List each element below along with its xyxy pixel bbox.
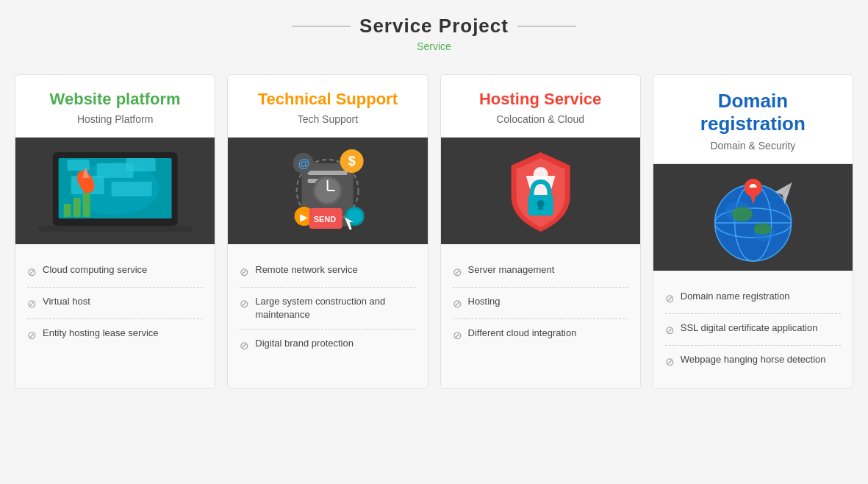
cards-container: Website platform Hosting Platform [15, 74, 853, 389]
feature-item: ⊘ Cloud computing service [27, 256, 203, 288]
check-icon: ⊘ [665, 322, 675, 338]
card-image-tech: $ @ ▶ SEND [228, 138, 427, 244]
title-line-left [292, 26, 351, 26]
card-header-hosting: Hosting Service Colocation & Cloud [441, 75, 640, 138]
svg-rect-5 [126, 158, 156, 171]
feature-text: Digital brand protection [255, 337, 354, 350]
check-icon: ⊘ [27, 296, 37, 311]
card-body-website: ⊘ Cloud computing service ⊘ Virtual host… [15, 244, 215, 388]
feature-item: ⊘ Digital brand protection [240, 330, 415, 360]
card-title-website: Website platform [27, 90, 203, 109]
feature-item: ⊘ Remote network service [240, 256, 415, 288]
feature-text: Remote network service [255, 263, 357, 277]
card-website-platform: Website platform Hosting Platform [15, 74, 215, 389]
card-title-tech: Technical Support [240, 90, 415, 109]
title-text: Service Project [359, 15, 509, 38]
check-icon: ⊘ [240, 296, 249, 311]
svg-text:▶: ▶ [300, 211, 308, 223]
svg-point-46 [753, 223, 771, 235]
check-icon: ⊘ [665, 354, 675, 369]
card-header-tech: Technical Support Tech Support [228, 75, 427, 138]
feature-item: ⊘ Entity hosting lease service [27, 319, 203, 350]
check-icon: ⊘ [453, 264, 462, 280]
card-image-website [15, 138, 215, 244]
check-icon: ⊘ [240, 338, 249, 353]
check-icon: ⊘ [453, 327, 462, 343]
svg-rect-10 [84, 188, 88, 193]
feature-item: ⊘ SSL digital certificate application [665, 314, 841, 346]
feature-item: ⊘ Different cloud integration [453, 319, 628, 350]
page-title: Service Project [292, 15, 576, 38]
feature-item: ⊘ Server management [453, 256, 628, 288]
card-header-domain: Domain registration Domain & Security [653, 75, 853, 164]
card-subtitle-hosting: Colocation & Cloud [453, 113, 628, 125]
card-hosting-service: Hosting Service Colocation & Cloud ⊘ S [440, 74, 641, 389]
feature-item: ⊘ Large system construction and maintena… [240, 288, 415, 330]
feature-item: ⊘ Webpage hanging horse detection [665, 346, 841, 377]
feature-item: ⊘ Domain name registration [665, 282, 841, 314]
check-icon: ⊘ [665, 291, 675, 306]
title-line-right [517, 26, 576, 26]
feature-text: Webpage hanging horse detection [681, 353, 826, 366]
card-body-domain: ⊘ Domain name registration ⊘ SSL digital… [653, 271, 853, 388]
svg-text:$: $ [348, 154, 356, 168]
card-header-website: Website platform Hosting Platform [15, 75, 215, 138]
page-subtitle: Service [292, 40, 576, 52]
card-subtitle-domain: Domain & Security [665, 140, 841, 152]
feature-text: Entity hosting lease service [43, 327, 159, 340]
check-icon: ⊘ [240, 264, 249, 280]
page-header: Service Project Service [292, 15, 576, 52]
card-domain-registration: Domain registration Domain & Security [653, 74, 853, 389]
svg-rect-14 [38, 226, 193, 232]
card-image-hosting [441, 138, 640, 244]
card-image-domain [653, 164, 853, 271]
svg-rect-37 [538, 204, 542, 210]
svg-rect-11 [64, 204, 71, 217]
check-icon: ⊘ [27, 327, 37, 343]
feature-text: Hosting [468, 295, 501, 308]
check-icon: ⊘ [453, 296, 462, 311]
card-body-hosting: ⊘ Server management ⊘ Hosting ⊘ Differen… [441, 244, 640, 388]
card-technical-support: Technical Support Tech Support $ @ [227, 74, 428, 389]
card-title-hosting: Hosting Service [453, 90, 628, 109]
feature-text: Server management [468, 263, 555, 277]
feature-text: Virtual host [43, 295, 90, 308]
feature-text: SSL digital certificate application [681, 321, 818, 335]
feature-item: ⊘ Virtual host [27, 288, 203, 319]
svg-rect-16 [308, 171, 348, 175]
feature-text: Different cloud integration [468, 327, 577, 340]
svg-text:@: @ [298, 157, 310, 170]
feature-text: Cloud computing service [43, 263, 147, 277]
feature-item: ⊘ Hosting [453, 288, 628, 319]
check-icon: ⊘ [27, 264, 37, 280]
svg-point-45 [731, 207, 752, 221]
card-body-tech: ⊘ Remote network service ⊘ Large system … [228, 244, 427, 388]
svg-rect-13 [83, 193, 90, 217]
card-title-domain: Domain registration [665, 90, 841, 135]
svg-rect-12 [73, 198, 81, 217]
card-subtitle-tech: Tech Support [240, 113, 415, 125]
feature-text: Domain name registration [681, 290, 790, 303]
feature-text: Large system construction and maintenanc… [255, 295, 415, 321]
svg-text:SEND: SEND [314, 215, 337, 224]
card-subtitle-website: Hosting Platform [27, 113, 203, 125]
svg-rect-7 [112, 182, 152, 196]
